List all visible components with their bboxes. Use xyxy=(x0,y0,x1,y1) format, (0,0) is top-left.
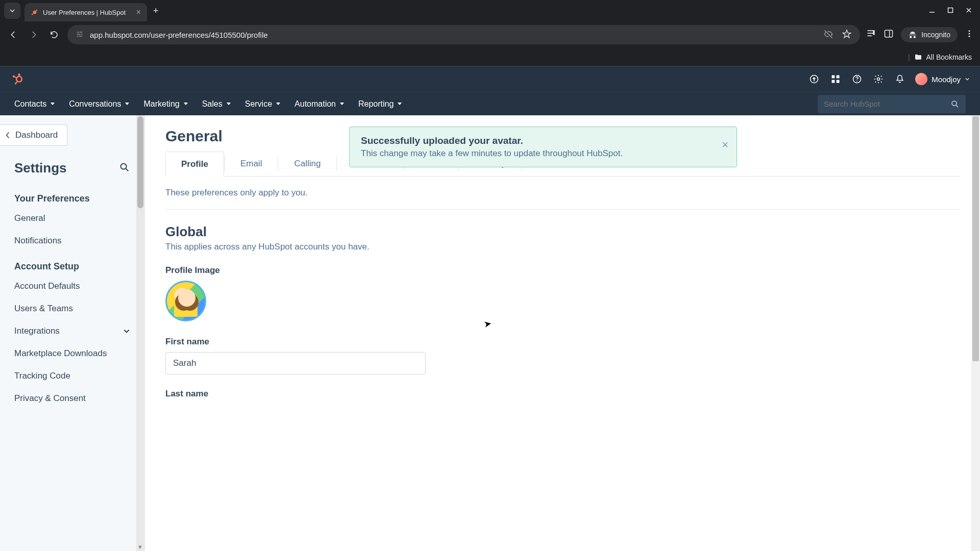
svg-point-19 xyxy=(969,33,970,35)
svg-rect-13 xyxy=(868,30,874,31)
svg-rect-15 xyxy=(868,35,872,36)
svg-rect-10 xyxy=(81,34,83,34)
eye-off-icon[interactable] xyxy=(823,29,834,41)
svg-rect-12 xyxy=(79,36,83,36)
minimize-button[interactable] xyxy=(929,6,935,15)
reload-button[interactable] xyxy=(47,28,61,42)
folder-icon xyxy=(914,53,922,61)
incognito-label: Incognito xyxy=(921,31,950,39)
tab-search-button[interactable] xyxy=(4,3,20,19)
url-text: app.hubspot.com/user-preferences/4510550… xyxy=(90,31,268,39)
new-tab-button[interactable]: + xyxy=(153,6,159,16)
reading-list-icon[interactable] xyxy=(866,29,876,41)
svg-point-18 xyxy=(969,30,970,32)
address-bar[interactable]: app.hubspot.com/user-preferences/4510550… xyxy=(67,25,860,44)
all-bookmarks-button[interactable]: All Bookmarks xyxy=(926,53,972,61)
forward-button[interactable] xyxy=(27,28,41,42)
maximize-button[interactable] xyxy=(947,6,953,15)
incognito-icon xyxy=(908,30,917,39)
svg-rect-11 xyxy=(77,36,79,36)
svg-rect-8 xyxy=(80,32,82,32)
browser-toolbar: app.hubspot.com/user-preferences/4510550… xyxy=(0,21,980,48)
bookmark-star-icon[interactable] xyxy=(842,29,852,41)
incognito-badge[interactable]: Incognito xyxy=(901,27,958,42)
svg-point-20 xyxy=(969,36,970,37)
close-window-button[interactable] xyxy=(966,6,972,15)
window-controls xyxy=(929,6,976,15)
back-button[interactable] xyxy=(6,28,20,42)
browser-tab-strip: User Preferences | HubSpot × + xyxy=(0,0,980,21)
side-panel-icon[interactable] xyxy=(884,29,894,41)
bookmarks-bar: | All Bookmarks xyxy=(0,48,980,66)
svg-rect-16 xyxy=(885,30,893,37)
svg-rect-9 xyxy=(77,34,81,34)
hubspot-favicon-icon xyxy=(31,8,39,16)
svg-rect-6 xyxy=(948,8,953,13)
browser-menu-icon[interactable] xyxy=(965,29,974,40)
tab-title: User Preferences | HubSpot xyxy=(43,9,126,16)
svg-rect-7 xyxy=(77,32,79,32)
tab-close-icon[interactable]: × xyxy=(136,8,141,17)
site-settings-icon[interactable] xyxy=(76,30,84,40)
browser-tab[interactable]: User Preferences | HubSpot × xyxy=(24,3,147,21)
svg-rect-14 xyxy=(868,33,874,34)
